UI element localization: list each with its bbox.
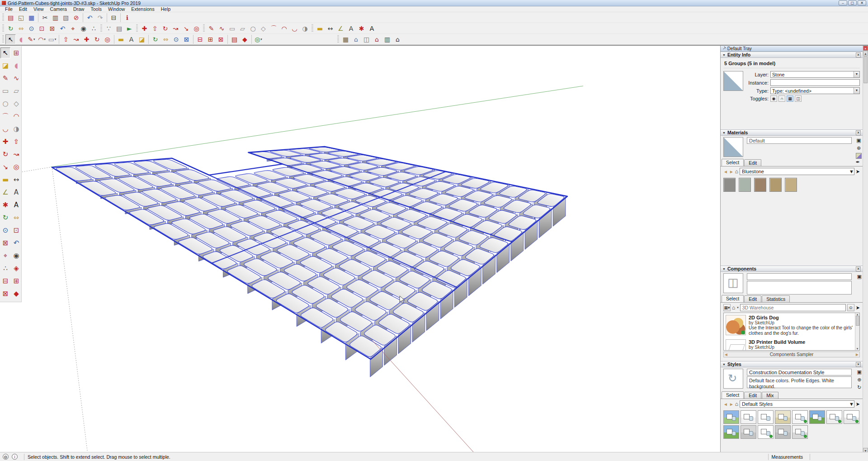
tape-measure-button[interactable]: ▬ bbox=[116, 34, 126, 44]
zoom-window-button[interactable]: ⊡ bbox=[37, 24, 47, 33]
share-component-button[interactable]: ◫ bbox=[361, 34, 372, 44]
three-point-arc-button[interactable]: ◡ bbox=[0, 124, 10, 134]
save-button[interactable]: ▦ bbox=[26, 13, 37, 23]
layer-dropdown[interactable]: Stone ▼ bbox=[770, 71, 860, 78]
tape-measure-button[interactable]: ▬ bbox=[315, 24, 325, 33]
details-arrow-icon[interactable]: ➤ bbox=[856, 169, 860, 175]
tray-title-bar[interactable]: ⊤ Default Tray bbox=[721, 46, 863, 52]
menu-file[interactable]: File bbox=[2, 6, 16, 12]
menu-edit[interactable]: Edit bbox=[16, 6, 30, 12]
orbit-button[interactable]: ↻ bbox=[5, 24, 16, 33]
search-icon[interactable]: ⊙ bbox=[847, 304, 854, 311]
component-list-item[interactable]: 2D Girls Dogby SketchUpUse the Interact … bbox=[724, 313, 859, 337]
offset-button[interactable]: ◎ bbox=[102, 34, 113, 44]
zoom-previous-button[interactable]: ↶ bbox=[57, 24, 68, 33]
paint-bucket-button[interactable]: ◪ bbox=[0, 60, 10, 71]
redo-button[interactable]: ↷ bbox=[95, 13, 105, 23]
look-around-button[interactable]: ◉ bbox=[78, 24, 89, 33]
arc-tools-dropdown-icon[interactable]: ▾ bbox=[44, 38, 46, 41]
follow-me-button[interactable]: ↝ bbox=[71, 34, 81, 44]
page-left-icon[interactable]: ◄ bbox=[724, 352, 728, 357]
two-point-arc-button[interactable]: ◠ bbox=[279, 24, 289, 33]
text-button[interactable]: A bbox=[11, 187, 21, 198]
zoom-extents-button[interactable]: ⊠ bbox=[0, 238, 10, 248]
style-thumbnail[interactable] bbox=[792, 410, 808, 424]
back-arrow-icon[interactable]: ◄ bbox=[723, 169, 728, 174]
position-camera-button[interactable]: ⌖ bbox=[0, 250, 10, 261]
axes-button[interactable]: ✱ bbox=[0, 200, 10, 210]
scale-button[interactable]: ↘ bbox=[181, 24, 191, 33]
pan-button[interactable]: ⇔ bbox=[11, 212, 21, 223]
material-name-field[interactable]: Default bbox=[747, 137, 852, 144]
copy-button[interactable]: ▥ bbox=[50, 13, 61, 23]
run-simulation-button[interactable]: ► bbox=[124, 24, 135, 33]
pie-button[interactable]: ◑ bbox=[300, 24, 310, 33]
tab-statistics[interactable]: Statistics bbox=[762, 295, 790, 303]
styles-header[interactable]: ▼ Styles ✕ bbox=[721, 361, 863, 367]
forward-arrow-icon[interactable]: ► bbox=[729, 169, 734, 174]
material-collection-dropdown[interactable]: Bluestone ▼ bbox=[740, 168, 854, 175]
zoom-extents-button[interactable]: ⊠ bbox=[47, 24, 57, 33]
secondary-pane-icon[interactable]: ▣ bbox=[856, 138, 861, 143]
tape-measure-button[interactable]: ▬ bbox=[0, 174, 10, 185]
line-tools-dropdown-icon[interactable]: ▾ bbox=[33, 38, 35, 41]
scroll-up-icon[interactable]: ▲ bbox=[863, 51, 868, 56]
rotated-rectangle-button[interactable]: ▱ bbox=[11, 86, 21, 96]
zoom-window-button[interactable]: ⊡ bbox=[11, 225, 21, 236]
view-options-icon[interactable]: ▦▾ bbox=[723, 304, 731, 311]
type-dropdown[interactable]: Type: <undefined> ▼ bbox=[770, 87, 860, 94]
material-swatch-2[interactable] bbox=[739, 178, 751, 192]
sketchup-home-button[interactable]: ⌂ bbox=[392, 34, 403, 44]
tab-edit[interactable]: Edit bbox=[744, 392, 761, 399]
arc-button[interactable]: ⌒ bbox=[0, 111, 10, 122]
walk-button[interactable]: ∴ bbox=[0, 263, 10, 274]
style-thumbnail[interactable] bbox=[741, 425, 756, 439]
two-point-arc-button[interactable]: ◠ bbox=[11, 111, 21, 122]
walk-tool-button[interactable]: ∵ bbox=[104, 24, 114, 33]
make-component-button[interactable]: ⊞ bbox=[11, 48, 21, 58]
components-header[interactable]: ▼ Components ✕ bbox=[721, 266, 863, 272]
menu-view[interactable]: View bbox=[30, 6, 47, 12]
menu-extensions[interactable]: Extensions bbox=[128, 6, 157, 12]
protractor-button[interactable]: ∠ bbox=[0, 187, 10, 198]
rectangle-button[interactable]: ▭ bbox=[0, 86, 10, 96]
update-style-icon[interactable]: ↻ bbox=[857, 385, 861, 390]
create-material-icon[interactable]: ⊕ bbox=[857, 145, 861, 151]
position-camera-button[interactable]: ⌖ bbox=[68, 24, 78, 33]
page-right-icon[interactable]: ► bbox=[855, 352, 859, 357]
push-pull-button[interactable]: ⇧ bbox=[150, 24, 160, 33]
style-thumbnail[interactable] bbox=[775, 410, 791, 424]
walk-button[interactable]: ∴ bbox=[89, 24, 99, 33]
material-swatch-1[interactable] bbox=[723, 178, 736, 192]
eraser-button[interactable]: ◖ bbox=[16, 34, 26, 44]
style-thumbnail[interactable] bbox=[741, 410, 756, 424]
3d-viewport[interactable] bbox=[0, 46, 720, 453]
move-button[interactable]: ✚ bbox=[139, 24, 150, 33]
tab-select[interactable]: Select bbox=[722, 295, 744, 303]
section-plane-button[interactable]: ⊟ bbox=[0, 276, 10, 286]
section-cuts-button[interactable]: ⊠ bbox=[216, 34, 226, 44]
pin-icon[interactable]: ⊤ bbox=[722, 46, 727, 52]
circle-button[interactable]: ○ bbox=[248, 24, 258, 33]
follow-me-button[interactable]: ↝ bbox=[170, 24, 181, 33]
tab-mix[interactable]: Mix bbox=[762, 392, 778, 399]
print-button[interactable]: ⊟ bbox=[108, 13, 119, 23]
collapse-arrow-icon[interactable]: ▼ bbox=[722, 131, 726, 134]
warehouse-search-input[interactable] bbox=[740, 304, 846, 311]
freehand-button[interactable]: ∿ bbox=[11, 73, 21, 84]
materials-close-icon[interactable]: ✕ bbox=[856, 130, 861, 135]
rotate-button[interactable]: ↻ bbox=[0, 149, 10, 160]
chevron-down-icon[interactable]: ▼ bbox=[849, 401, 854, 407]
user-account-dropdown-icon[interactable]: ▾ bbox=[260, 38, 262, 41]
geolocation-icon[interactable]: ◍ bbox=[3, 454, 9, 460]
eyedropper-icon[interactable]: ✒ bbox=[856, 159, 860, 165]
in-model-icon[interactable]: ⌂ bbox=[735, 168, 738, 175]
material-swatch-4[interactable] bbox=[769, 178, 782, 192]
zoom-button[interactable]: ⊙ bbox=[171, 34, 181, 44]
measurements-input[interactable] bbox=[813, 453, 865, 461]
secondary-pane-icon[interactable]: ▣ bbox=[857, 274, 862, 280]
new-button[interactable]: ▤ bbox=[5, 13, 16, 23]
style-thumbnail[interactable] bbox=[809, 410, 825, 424]
collapse-arrow-icon[interactable]: ▼ bbox=[722, 267, 726, 271]
move-button[interactable]: ✚ bbox=[81, 34, 92, 44]
